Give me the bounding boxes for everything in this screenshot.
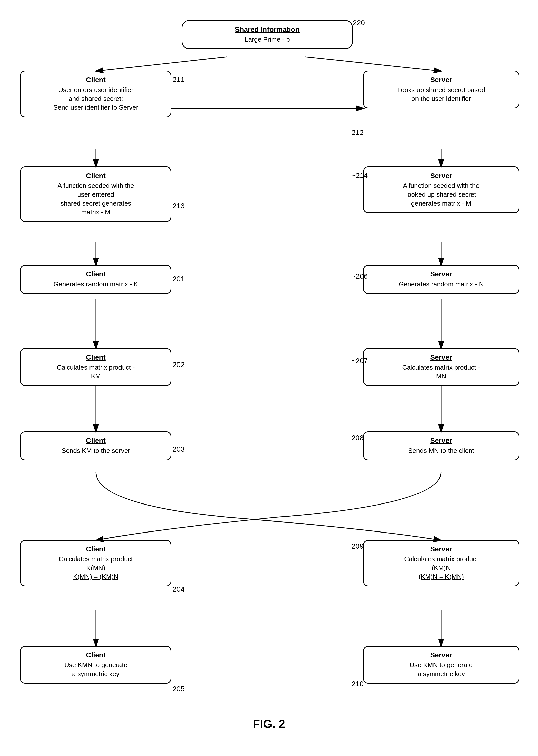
label-220: 220 <box>353 19 365 27</box>
label-210: 210 <box>352 680 363 688</box>
figure-caption: FIG. 2 <box>253 717 285 731</box>
server-5-text: Sends MN to the client <box>408 447 474 454</box>
shared-info-box: Shared Information Large Prime - p <box>182 20 353 49</box>
server-3-title: Server <box>369 270 513 278</box>
client-box-4: Client Calculates matrix product -KM <box>20 348 171 386</box>
label-213: 213 <box>173 202 185 210</box>
client-1-title: Client <box>26 76 166 84</box>
client-1-text: User enters user identifierand shared se… <box>53 86 138 111</box>
label-208: 208 <box>352 434 363 442</box>
client-5-title: Client <box>26 436 166 445</box>
label-204: 204 <box>173 585 185 593</box>
svg-line-1 <box>96 57 227 71</box>
client-5-text: Sends KM to the server <box>62 447 130 454</box>
server-4-text: Calculates matrix product -MN <box>402 364 480 380</box>
label-207: ~207 <box>352 357 368 365</box>
server-5-title: Server <box>369 436 513 445</box>
client-7-text: Use KMN to generatea symmetric key <box>64 661 127 677</box>
shared-box-text: Large Prime - p <box>244 35 290 43</box>
label-206: ~206 <box>352 272 368 280</box>
server-box-3: Server Generates random matrix - N <box>363 265 519 294</box>
server-4-title: Server <box>369 353 513 362</box>
label-201: 201 <box>173 275 185 283</box>
client-box-5: Client Sends KM to the server <box>20 431 171 460</box>
client-3-text: Generates random matrix - K <box>53 280 138 288</box>
server-box-4: Server Calculates matrix product -MN <box>363 348 519 386</box>
label-214: ~214 <box>352 172 368 180</box>
client-box-1: Client User enters user identifierand sh… <box>20 71 171 117</box>
client-box-7: Client Use KMN to generatea symmetric ke… <box>20 646 171 684</box>
server-6-title: Server <box>369 545 513 553</box>
server-6-text: Calculates matrix product(KM)N(KM)N = K(… <box>404 555 478 580</box>
svg-line-2 <box>305 57 441 71</box>
server-box-1: Server Looks up shared secret basedon th… <box>363 71 519 108</box>
server-1-text: Looks up shared secret basedon the user … <box>397 86 485 102</box>
client-box-2: Client A function seeded with theuser en… <box>20 166 171 222</box>
client-4-text: Calculates matrix product -KM <box>57 364 134 380</box>
client-2-title: Client <box>26 172 166 180</box>
client-2-text: A function seeded with theuser enteredsh… <box>58 182 134 216</box>
diagram-container: Shared Information Large Prime - p 220 C… <box>0 0 538 756</box>
label-211: 211 <box>173 76 185 84</box>
label-209: 209 <box>352 542 363 551</box>
server-box-7: Server Use KMN to generatea symmetric ke… <box>363 646 519 684</box>
server-1-title: Server <box>369 76 513 84</box>
shared-box-title: Shared Information <box>187 26 347 33</box>
server-7-title: Server <box>369 651 513 659</box>
server-box-5: Server Sends MN to the client <box>363 431 519 460</box>
client-6-text: Calculates matrix productK(MN)K(MN) = (K… <box>59 555 133 580</box>
server-7-text: Use KMN to generatea symmetric key <box>410 661 473 677</box>
client-box-6: Client Calculates matrix productK(MN)K(M… <box>20 540 171 587</box>
client-6-title: Client <box>26 545 166 553</box>
label-212: 212 <box>352 129 363 137</box>
server-2-text: A function seeded with thelooked up shar… <box>403 182 479 207</box>
client-4-title: Client <box>26 353 166 362</box>
server-box-6: Server Calculates matrix product(KM)N(KM… <box>363 540 519 587</box>
server-2-title: Server <box>369 172 513 180</box>
label-203: 203 <box>173 445 185 453</box>
client-box-3: Client Generates random matrix - K <box>20 265 171 294</box>
client-3-title: Client <box>26 270 166 278</box>
server-box-2: Server A function seeded with thelooked … <box>363 166 519 213</box>
label-205: 205 <box>173 685 185 693</box>
server-3-text: Generates random matrix - N <box>399 280 484 288</box>
client-7-title: Client <box>26 651 166 659</box>
label-202: 202 <box>173 361 185 369</box>
